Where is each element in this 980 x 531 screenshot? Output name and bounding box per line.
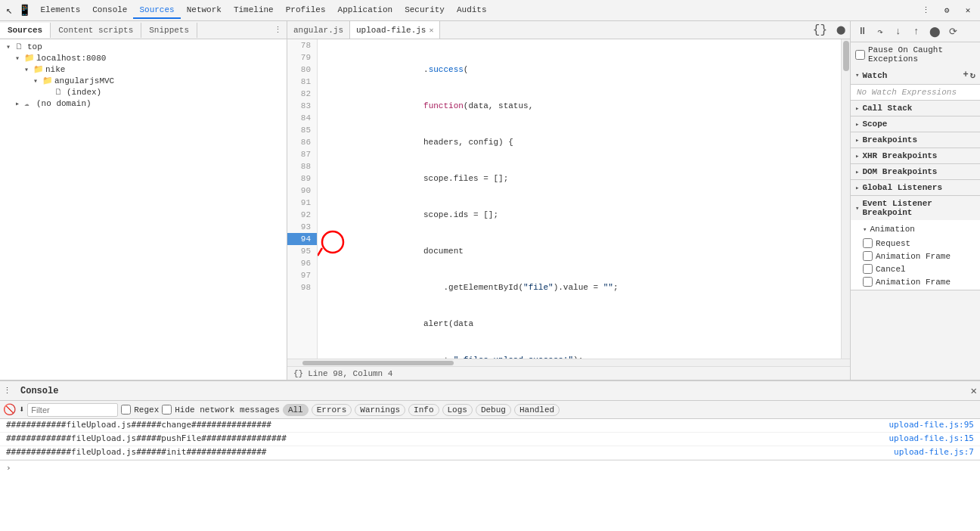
console-row-2: #############fileUpload.js######init####… — [0, 446, 980, 460]
format-icon[interactable]: {} — [808, 23, 832, 37]
animation-label: Animation — [870, 225, 914, 234]
log-source-1[interactable]: upload-file.js:15 — [882, 433, 974, 443]
watch-content: No Watch Expressions — [851, 85, 980, 100]
tree-nike[interactable]: ▾ 📁 nike — [0, 64, 287, 75]
network-tab[interactable]: Network — [181, 2, 228, 19]
errors-filter-btn[interactable]: Errors — [312, 404, 352, 416]
handled-filter-btn[interactable]: Handled — [514, 404, 560, 416]
console-tab[interactable]: Console — [86, 2, 133, 19]
vertical-scrollbar[interactable] — [841, 39, 850, 359]
panel-more-icon[interactable]: ⋮ — [269, 25, 287, 35]
breakpoints-label: Breakpoints — [862, 135, 917, 144]
tree-localhost[interactable]: ▾ 📁 localhost:8080 — [0, 52, 287, 64]
editor-tabs: angular.js upload-file.js ✕ {} ⬤ — [287, 21, 850, 39]
angular-js-tab[interactable]: angular.js — [287, 21, 350, 39]
dom-breakpoints-section: ▸ DOM Breakpoints — [851, 164, 980, 180]
code-line-84: .getElementById("file").value = ""; — [324, 281, 841, 293]
tree-index[interactable]: ▸ 🗋 (index) — [0, 86, 287, 98]
audits-tab[interactable]: Audits — [451, 2, 493, 19]
panel-tabs: Sources Content scripts Snippets ⋮ — [0, 21, 287, 39]
more-icon[interactable]: ⋮ — [916, 2, 935, 20]
mobile-icon[interactable]: 📱 — [15, 4, 34, 17]
pause-resume-btn[interactable]: ⏸ — [854, 23, 870, 40]
nav-icons: ⋮ ⚙ ✕ — [916, 2, 977, 20]
console-filter-box[interactable] — [27, 403, 118, 417]
warnings-filter-btn[interactable]: Warnings — [355, 404, 405, 416]
tree-top[interactable]: ▾ 🗋 top — [0, 41, 287, 52]
cursor-icon[interactable]: ↖ — [3, 4, 15, 17]
filter-icon[interactable]: ⬇ — [19, 404, 24, 415]
info-filter-btn[interactable]: Info — [408, 404, 439, 416]
regex-checkbox[interactable] — [121, 405, 131, 415]
upload-file-close-btn[interactable]: ✕ — [429, 26, 433, 35]
add-watch-icon[interactable]: + — [963, 70, 969, 81]
event-listener-arrow: ▾ — [855, 204, 859, 213]
anim-frame-1: Animation Frame — [851, 250, 980, 262]
step-out-btn[interactable]: ↑ — [908, 23, 925, 40]
elements-tab[interactable]: Elements — [34, 2, 86, 19]
call-stack-label: Call Stack — [862, 104, 912, 113]
regex-label: Regex — [134, 405, 159, 415]
animation-subsection-header[interactable]: ▾ Animation — [851, 222, 980, 237]
dom-breakpoints-header[interactable]: ▸ DOM Breakpoints — [851, 164, 980, 179]
application-tab[interactable]: Application — [332, 2, 399, 19]
global-listeners-header[interactable]: ▸ Global Listeners — [851, 180, 980, 195]
sources-panel-tab[interactable]: Sources — [0, 23, 51, 38]
timeline-tab[interactable]: Timeline — [228, 2, 280, 19]
anim-frame2-label: Animation Frame — [876, 278, 951, 287]
debug-filter-btn[interactable]: Debug — [476, 404, 511, 416]
scope-header[interactable]: ▸ Scope — [851, 116, 980, 132]
console-row-1: #############fileUpload.js#####pushFile#… — [0, 433, 980, 446]
code-content[interactable]: .success( function(data, status, headers… — [318, 39, 841, 359]
event-listener-header[interactable]: ▾ Event Listener Breakpoint — [851, 196, 980, 220]
refresh-watch-icon[interactable]: ↻ — [970, 70, 975, 81]
hide-network-checkbox[interactable] — [162, 405, 172, 415]
anim-cancel-checkbox[interactable] — [863, 264, 873, 274]
close-devtools-icon[interactable]: ✕ — [959, 2, 977, 20]
snippets-tab[interactable]: Snippets — [141, 23, 197, 38]
settings-icon[interactable]: ⚙ — [938, 2, 956, 20]
anim-frame1-checkbox[interactable] — [863, 251, 873, 261]
tree-angularjsmvc[interactable]: ▾ 📁 angularjsMVC — [0, 75, 287, 86]
code-line-82: scope.ids = []; — [324, 209, 841, 221]
step-into-btn[interactable]: ↓ — [890, 23, 907, 40]
line-numbers: 78 79 80 81 82 83 84 85 86 87 88 89 90 9… — [287, 39, 318, 359]
console-filter-input[interactable] — [31, 405, 114, 415]
clear-console-icon[interactable]: 🚫 — [3, 403, 16, 416]
anim-request-checkbox[interactable] — [863, 238, 873, 248]
upload-file-tab[interactable]: upload-file.js ✕ — [350, 21, 440, 39]
call-stack-arrow: ▸ — [855, 104, 859, 113]
async-btn[interactable]: ⟳ — [944, 23, 961, 40]
logs-filter-btn[interactable]: Logs — [442, 404, 473, 416]
console-input[interactable] — [14, 463, 974, 473]
watch-header[interactable]: ▾ Watch + ↻ — [851, 67, 980, 85]
horizontal-scrollbar[interactable] — [287, 359, 850, 366]
code-line-79: function(data, status, — [324, 100, 841, 112]
console-toolbar: 🚫 ⬇ Regex Hide network messages All Erro… — [0, 401, 980, 419]
h-scrollbar-thumb[interactable] — [302, 361, 454, 365]
console-more-icon[interactable]: ⋮ — [3, 386, 11, 396]
log-source-2[interactable]: upload-file.js:7 — [888, 447, 974, 457]
scrollbar-thumb[interactable] — [843, 41, 849, 71]
dom-label: DOM Breakpoints — [862, 167, 937, 176]
call-stack-header[interactable]: ▸ Call Stack — [851, 101, 980, 116]
profiles-tab[interactable]: Profiles — [280, 2, 332, 19]
center-panel: angular.js upload-file.js ✕ {} ⬤ 78 79 8… — [287, 21, 850, 380]
breakpoints-header[interactable]: ▸ Breakpoints — [851, 132, 980, 148]
file-tree: ▾ 🗋 top ▾ 📁 localhost:8080 ▾ 📁 nike — [0, 39, 287, 380]
right-panel: ⏸ ↷ ↓ ↑ ⬤ ⟳ Pause On Caught Exceptions ▾ — [850, 21, 980, 380]
step-over-btn[interactable]: ↷ — [872, 23, 889, 40]
all-filter-btn[interactable]: All — [283, 404, 309, 416]
console-close-btn[interactable]: ✕ — [971, 384, 977, 397]
xhr-breakpoints-header[interactable]: ▸ XHR Breakpoints — [851, 148, 980, 163]
content-scripts-tab[interactable]: Content scripts — [51, 23, 141, 38]
sources-tab[interactable]: Sources — [133, 2, 180, 19]
deactivate-breakpoints-btn[interactable]: ⬤ — [926, 23, 943, 40]
pause-caught-checkbox[interactable] — [855, 50, 865, 60]
log-source-0[interactable]: upload-file.js:95 — [882, 420, 974, 430]
file-icon-index: 🗋 — [54, 87, 65, 97]
security-tab[interactable]: Security — [399, 2, 451, 19]
anim-frame2-checkbox[interactable] — [863, 277, 873, 287]
hide-panel-icon[interactable]: ⬤ — [832, 25, 850, 35]
tree-no-domain[interactable]: ▸ ☁ (no domain) — [0, 98, 287, 109]
